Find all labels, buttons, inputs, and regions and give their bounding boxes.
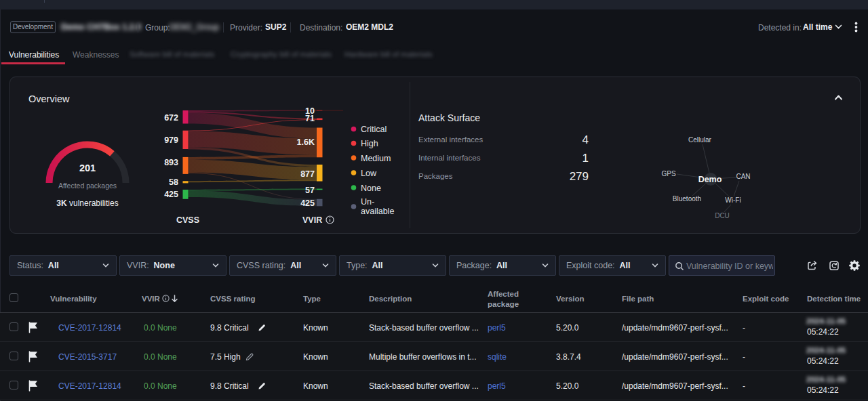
svg-text:available: available: [361, 207, 394, 216]
svg-text:279: 279: [570, 170, 589, 183]
svg-text:External interfaces: External interfaces: [418, 135, 483, 144]
svg-text:GPS: GPS: [661, 170, 675, 177]
svg-text:Un-: Un-: [361, 197, 374, 207]
svg-text:Cellular: Cellular: [688, 136, 712, 144]
svg-text:High: High: [361, 139, 378, 148]
svg-text:Bluetooth: Bluetooth: [673, 195, 701, 203]
svg-text:DCU: DCU: [715, 212, 730, 219]
svg-text:Demo: Demo: [698, 175, 722, 184]
svg-text:Low: Low: [361, 169, 377, 178]
svg-text:1: 1: [583, 152, 589, 165]
svg-text:4: 4: [583, 133, 589, 146]
svg-text:979: 979: [164, 135, 178, 145]
svg-text:425: 425: [300, 198, 315, 208]
svg-text:VVIR: VVIR: [302, 215, 322, 225]
svg-text:CVSS: CVSS: [176, 215, 199, 225]
svg-text:201: 201: [79, 163, 96, 173]
svg-text:3K vulnerabilities: 3K vulnerabilities: [56, 198, 118, 208]
svg-text:893: 893: [164, 158, 178, 167]
svg-text:672: 672: [164, 113, 178, 123]
svg-text:None: None: [361, 184, 381, 193]
svg-text:Packages: Packages: [418, 172, 453, 180]
svg-text:1.6K: 1.6K: [297, 138, 315, 147]
svg-text:Affected packages: Affected packages: [58, 182, 117, 190]
svg-text:Wi-Fi: Wi-Fi: [725, 196, 741, 204]
svg-text:CAN: CAN: [736, 173, 750, 180]
svg-text:Internal interfaces: Internal interfaces: [418, 154, 481, 162]
svg-text:71: 71: [305, 114, 315, 123]
svg-text:Medium: Medium: [361, 154, 391, 163]
svg-text:425: 425: [164, 190, 178, 199]
svg-text:877: 877: [300, 169, 315, 179]
svg-text:57: 57: [305, 186, 315, 195]
svg-text:Attack Surface: Attack Surface: [418, 112, 480, 123]
svg-text:58: 58: [169, 177, 178, 187]
svg-text:Critical: Critical: [361, 125, 387, 134]
